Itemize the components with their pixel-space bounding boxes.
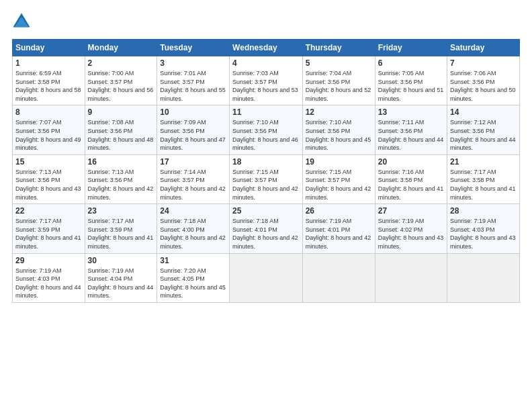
day-number: 9: [88, 107, 154, 117]
calendar-cell: 3Sunrise: 7:01 AMSunset: 3:57 PMDaylight…: [157, 56, 230, 105]
day-info: Sunrise: 7:13 AMSunset: 3:56 PMDaylight:…: [15, 168, 82, 201]
day-info: Sunrise: 7:12 AMSunset: 3:56 PMDaylight:…: [450, 118, 517, 152]
day-info: Sunrise: 7:19 AMSunset: 4:03 PMDaylight:…: [450, 217, 517, 250]
day-info: Sunrise: 7:19 AMSunset: 4:03 PMDaylight:…: [15, 267, 82, 300]
day-number: 27: [378, 206, 444, 216]
calendar-cell: 8Sunrise: 7:07 AMSunset: 3:56 PMDaylight…: [13, 105, 85, 154]
calendar-cell: 2Sunrise: 7:00 AMSunset: 3:57 PMDaylight…: [85, 56, 157, 105]
calendar-cell: [230, 253, 303, 302]
calendar-cell: 26Sunrise: 7:19 AMSunset: 4:01 PMDayligh…: [302, 204, 375, 253]
day-number: 3: [160, 58, 226, 68]
day-number: 1: [15, 58, 82, 68]
day-info: Sunrise: 7:17 AMSunset: 3:59 PMDaylight:…: [88, 217, 154, 250]
day-number: 15: [15, 157, 82, 167]
day-number: 22: [15, 206, 82, 216]
calendar-cell: 27Sunrise: 7:19 AMSunset: 4:02 PMDayligh…: [375, 204, 447, 253]
day-number: 19: [306, 157, 372, 167]
day-number: 8: [15, 107, 82, 117]
day-number: 12: [306, 107, 372, 117]
day-number: 10: [160, 107, 226, 117]
day-number: 7: [450, 58, 517, 68]
calendar-week-2: 8Sunrise: 7:07 AMSunset: 3:56 PMDaylight…: [13, 105, 520, 154]
calendar-cell: 29Sunrise: 7:19 AMSunset: 4:03 PMDayligh…: [13, 253, 85, 302]
calendar-cell: 14Sunrise: 7:12 AMSunset: 3:56 PMDayligh…: [447, 105, 520, 154]
day-info: Sunrise: 7:10 AMSunset: 3:56 PMDaylight:…: [306, 118, 372, 152]
calendar-cell: [302, 253, 375, 302]
day-number: 5: [306, 58, 372, 68]
day-info: Sunrise: 7:19 AMSunset: 4:02 PMDaylight:…: [378, 217, 444, 250]
day-number: 6: [378, 58, 444, 68]
day-number: 30: [88, 256, 154, 265]
day-info: Sunrise: 7:06 AMSunset: 3:56 PMDaylight:…: [450, 69, 517, 103]
calendar-cell: 28Sunrise: 7:19 AMSunset: 4:03 PMDayligh…: [447, 204, 520, 253]
day-number: 2: [88, 58, 154, 68]
day-header-saturday: Saturday: [447, 40, 520, 56]
calendar-cell: 20Sunrise: 7:16 AMSunset: 3:58 PMDayligh…: [375, 154, 447, 203]
calendar-cell: 6Sunrise: 7:05 AMSunset: 3:56 PMDaylight…: [375, 56, 447, 105]
day-info: Sunrise: 7:11 AMSunset: 3:56 PMDaylight:…: [378, 118, 444, 152]
calendar-cell: [375, 253, 447, 302]
calendar-cell: 19Sunrise: 7:15 AMSunset: 3:57 PMDayligh…: [302, 154, 375, 203]
calendar-cell: 11Sunrise: 7:10 AMSunset: 3:56 PMDayligh…: [230, 105, 303, 154]
day-info: Sunrise: 7:18 AMSunset: 4:00 PMDaylight:…: [160, 217, 226, 250]
day-header-tuesday: Tuesday: [157, 40, 230, 56]
calendar-week-5: 29Sunrise: 7:19 AMSunset: 4:03 PMDayligh…: [13, 253, 520, 302]
day-info: Sunrise: 7:15 AMSunset: 3:57 PMDaylight:…: [232, 168, 300, 201]
day-header-sunday: Sunday: [13, 40, 85, 56]
day-number: 4: [232, 58, 300, 68]
day-info: Sunrise: 7:20 AMSunset: 4:05 PMDaylight:…: [160, 267, 226, 300]
calendar-cell: 12Sunrise: 7:10 AMSunset: 3:56 PMDayligh…: [302, 105, 375, 154]
logo: [12, 12, 34, 31]
day-number: 14: [450, 107, 517, 117]
day-info: Sunrise: 7:09 AMSunset: 3:56 PMDaylight:…: [160, 118, 226, 152]
calendar-cell: 21Sunrise: 7:17 AMSunset: 3:58 PMDayligh…: [447, 154, 520, 203]
day-number: 28: [450, 206, 517, 216]
day-info: Sunrise: 6:59 AMSunset: 3:58 PMDaylight:…: [15, 69, 82, 103]
day-info: Sunrise: 7:16 AMSunset: 3:58 PMDaylight:…: [378, 168, 444, 201]
calendar-cell: 13Sunrise: 7:11 AMSunset: 3:56 PMDayligh…: [375, 105, 447, 154]
day-number: 13: [378, 107, 444, 117]
day-info: Sunrise: 7:17 AMSunset: 3:58 PMDaylight:…: [450, 168, 517, 201]
day-number: 21: [450, 157, 517, 167]
day-info: Sunrise: 7:03 AMSunset: 3:57 PMDaylight:…: [232, 69, 300, 103]
calendar-cell: 4Sunrise: 7:03 AMSunset: 3:57 PMDaylight…: [230, 56, 303, 105]
day-info: Sunrise: 7:10 AMSunset: 3:56 PMDaylight:…: [232, 118, 300, 152]
day-info: Sunrise: 7:18 AMSunset: 4:01 PMDaylight:…: [232, 217, 300, 250]
day-number: 18: [232, 157, 300, 167]
day-header-thursday: Thursday: [302, 40, 375, 56]
day-info: Sunrise: 7:19 AMSunset: 4:01 PMDaylight:…: [306, 217, 372, 250]
calendar-cell: 5Sunrise: 7:04 AMSunset: 3:56 PMDaylight…: [302, 56, 375, 105]
day-info: Sunrise: 7:13 AMSunset: 3:56 PMDaylight:…: [88, 168, 154, 201]
day-info: Sunrise: 7:19 AMSunset: 4:04 PMDaylight:…: [88, 267, 154, 300]
day-info: Sunrise: 7:04 AMSunset: 3:56 PMDaylight:…: [306, 69, 372, 103]
calendar-cell: 30Sunrise: 7:19 AMSunset: 4:04 PMDayligh…: [85, 253, 157, 302]
day-info: Sunrise: 7:01 AMSunset: 3:57 PMDaylight:…: [160, 69, 226, 103]
calendar-cell: 23Sunrise: 7:17 AMSunset: 3:59 PMDayligh…: [85, 204, 157, 253]
calendar-cell: [447, 253, 520, 302]
calendar-body: 1Sunrise: 6:59 AMSunset: 3:58 PMDaylight…: [13, 56, 520, 303]
day-info: Sunrise: 7:05 AMSunset: 3:56 PMDaylight:…: [378, 69, 444, 103]
calendar-cell: 24Sunrise: 7:18 AMSunset: 4:00 PMDayligh…: [157, 204, 230, 253]
day-header-monday: Monday: [85, 40, 157, 56]
day-header-wednesday: Wednesday: [230, 40, 303, 56]
calendar-cell: 10Sunrise: 7:09 AMSunset: 3:56 PMDayligh…: [157, 105, 230, 154]
calendar-cell: 31Sunrise: 7:20 AMSunset: 4:05 PMDayligh…: [157, 253, 230, 302]
day-number: 24: [160, 206, 226, 216]
calendar-cell: 9Sunrise: 7:08 AMSunset: 3:56 PMDaylight…: [85, 105, 157, 154]
day-number: 31: [160, 256, 226, 265]
day-header-friday: Friday: [375, 40, 447, 56]
day-info: Sunrise: 7:14 AMSunset: 3:57 PMDaylight:…: [160, 168, 226, 201]
day-info: Sunrise: 7:08 AMSunset: 3:56 PMDaylight:…: [88, 118, 154, 152]
calendar-cell: 22Sunrise: 7:17 AMSunset: 3:59 PMDayligh…: [13, 204, 85, 253]
calendar-cell: 7Sunrise: 7:06 AMSunset: 3:56 PMDaylight…: [447, 56, 520, 105]
day-number: 16: [88, 157, 154, 167]
day-info: Sunrise: 7:07 AMSunset: 3:56 PMDaylight:…: [15, 118, 82, 152]
calendar-week-1: 1Sunrise: 6:59 AMSunset: 3:58 PMDaylight…: [13, 56, 520, 105]
day-info: Sunrise: 7:15 AMSunset: 3:57 PMDaylight:…: [306, 168, 372, 201]
day-number: 11: [232, 107, 300, 117]
calendar-cell: 16Sunrise: 7:13 AMSunset: 3:56 PMDayligh…: [85, 154, 157, 203]
day-info: Sunrise: 7:00 AMSunset: 3:57 PMDaylight:…: [88, 69, 154, 103]
calendar-week-4: 22Sunrise: 7:17 AMSunset: 3:59 PMDayligh…: [13, 204, 520, 253]
day-number: 23: [88, 206, 154, 216]
day-number: 20: [378, 157, 444, 167]
